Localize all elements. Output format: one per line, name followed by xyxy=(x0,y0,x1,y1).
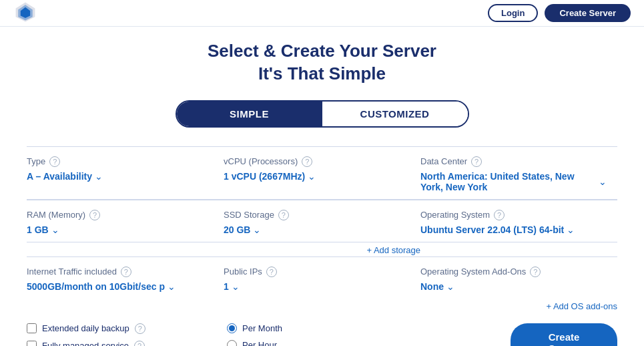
main-content: Select & Create Your Server It's That Si… xyxy=(0,27,644,346)
traffic-help-icon[interactable]: ? xyxy=(121,267,131,277)
datacenter-help-icon[interactable]: ? xyxy=(471,156,482,167)
title-line1: Select & Create Your Server xyxy=(208,41,436,61)
os-addons-value: None xyxy=(420,281,444,292)
header-actions: Login Create Server xyxy=(488,4,631,22)
vcpu-chevron-icon[interactable]: ⌄ xyxy=(308,171,316,182)
add-os-addons-row: + Add OS add-ons xyxy=(27,299,617,313)
per-month-label: Per Month xyxy=(242,323,282,333)
login-button[interactable]: Login xyxy=(488,4,538,22)
create-btn-col: Create Server xyxy=(511,323,617,346)
create-server-header-button[interactable]: Create Server xyxy=(545,4,631,22)
managed-service-checkbox[interactable] xyxy=(27,341,37,346)
public-ips-help-icon[interactable]: ? xyxy=(266,267,277,277)
traffic-cell: Internet Traffic included ? 5000GB/month… xyxy=(27,257,224,299)
per-month-radio[interactable] xyxy=(227,323,237,333)
os-chevron-icon[interactable]: ⌄ xyxy=(567,224,575,235)
extended-backup-help-icon[interactable]: ? xyxy=(135,323,145,334)
ram-value: 1 GB xyxy=(27,224,49,235)
add-storage-link[interactable]: + Add storage xyxy=(366,245,420,255)
datacenter-label: Data Center xyxy=(420,156,467,166)
per-hour-radio[interactable] xyxy=(227,340,237,346)
mode-toggle-bar: SIMPLE CUSTOMIZED xyxy=(27,100,617,128)
bottom-section: Extended daily backup ? Fully managed se… xyxy=(27,313,617,346)
os-link-empty-1 xyxy=(27,299,224,313)
datacenter-chevron-icon[interactable]: ⌄ xyxy=(599,176,607,187)
os-addons-cell: Operating System Add-Ons ? None ⌄ xyxy=(420,257,617,299)
billing-col: Per Month Per Hour xyxy=(214,323,511,346)
form-row-1: Type ? A – Availability ⌄ vCPU (Processo… xyxy=(27,146,617,200)
ssd-cell: SSD Storage ? 20 GB ⌄ xyxy=(224,200,420,242)
managed-service-help-icon[interactable]: ? xyxy=(134,341,145,346)
customized-tab[interactable]: CUSTOMIZED xyxy=(322,102,468,126)
ssd-label: SSD Storage xyxy=(224,210,274,220)
add-os-addons-link[interactable]: + Add OS add-ons xyxy=(546,301,617,311)
vcpu-label: vCPU (Processors) xyxy=(224,156,298,166)
type-help-icon[interactable]: ? xyxy=(49,156,60,167)
page-title: Select & Create Your Server It's That Si… xyxy=(27,40,617,85)
traffic-chevron-icon[interactable]: ⌄ xyxy=(168,281,176,292)
vcpu-value: 1 vCPU (2667MHz) xyxy=(224,171,305,182)
add-os-addons-cell: + Add OS add-ons xyxy=(420,299,617,313)
type-cell: Type ? A – Availability ⌄ xyxy=(27,147,224,200)
per-month-row: Per Month xyxy=(227,323,511,333)
type-chevron-icon[interactable]: ⌄ xyxy=(95,171,103,182)
simple-tab[interactable]: SIMPLE xyxy=(177,102,322,126)
checkboxes-col: Extended daily backup ? Fully managed se… xyxy=(27,323,214,346)
public-ips-chevron-icon[interactable]: ⌄ xyxy=(232,281,240,292)
os-link-empty-2 xyxy=(224,299,420,313)
os-cell: Operating System ? Ubuntu Server 22.04 (… xyxy=(420,200,617,242)
logo xyxy=(13,0,37,27)
traffic-value: 5000GB/month on 10Gbit/sec p xyxy=(27,281,165,292)
link-empty-2 xyxy=(420,242,617,256)
ram-cell: RAM (Memory) ? 1 GB ⌄ xyxy=(27,200,224,242)
mode-toggle: SIMPLE CUSTOMIZED xyxy=(176,100,469,128)
extended-backup-label: Extended daily backup xyxy=(42,323,129,333)
per-hour-row: Per Hour xyxy=(227,340,511,346)
type-label: Type xyxy=(27,156,45,166)
managed-service-label: Fully managed service xyxy=(42,341,129,346)
form-row-3: Internet Traffic included ? 5000GB/month… xyxy=(27,256,617,299)
os-addons-help-icon[interactable]: ? xyxy=(530,267,541,277)
type-value: A – Availability xyxy=(27,171,92,182)
public-ips-cell: Public IPs ? 1 ⌄ xyxy=(224,257,420,299)
create-server-button[interactable]: Create Server xyxy=(511,323,617,346)
per-hour-label: Per Hour xyxy=(242,340,277,346)
vcpu-cell: vCPU (Processors) ? 1 vCPU (2667MHz) ⌄ xyxy=(224,147,420,200)
header: Login Create Server xyxy=(0,0,644,27)
server-config-form: Type ? A – Availability ⌄ vCPU (Processo… xyxy=(27,146,617,313)
ram-chevron-icon[interactable]: ⌄ xyxy=(51,224,59,235)
ram-label: RAM (Memory) xyxy=(27,210,85,220)
vcpu-help-icon[interactable]: ? xyxy=(302,156,312,167)
os-addons-chevron-icon[interactable]: ⌄ xyxy=(446,281,454,292)
os-value: Ubuntu Server 22.04 (LTS) 64-bit xyxy=(420,224,564,235)
public-ips-value: 1 xyxy=(224,281,229,292)
datacenter-value: North America: United States, New York, … xyxy=(420,171,596,192)
public-ips-label: Public IPs xyxy=(224,267,262,277)
link-empty-1 xyxy=(27,242,224,256)
ssd-value: 20 GB xyxy=(224,224,250,235)
ram-help-icon[interactable]: ? xyxy=(89,210,100,220)
title-line2: It's That Simple xyxy=(258,63,386,83)
os-help-icon[interactable]: ? xyxy=(494,210,505,220)
ssd-help-icon[interactable]: ? xyxy=(278,210,289,220)
ssd-chevron-icon[interactable]: ⌄ xyxy=(253,224,261,235)
os-label: Operating System xyxy=(420,210,490,220)
managed-service-row: Fully managed service ? xyxy=(27,341,214,346)
os-addons-label: Operating System Add-Ons xyxy=(420,267,526,277)
extended-backup-row: Extended daily backup ? xyxy=(27,323,214,334)
traffic-label: Internet Traffic included xyxy=(27,267,117,277)
extended-backup-checkbox[interactable] xyxy=(27,323,37,333)
datacenter-cell: Data Center ? North America: United Stat… xyxy=(420,147,617,200)
add-storage-cell: + Add storage xyxy=(224,242,420,256)
add-links-row: + Add storage xyxy=(27,242,617,256)
form-row-2: RAM (Memory) ? 1 GB ⌄ SSD Storage ? 20 G… xyxy=(27,200,617,242)
